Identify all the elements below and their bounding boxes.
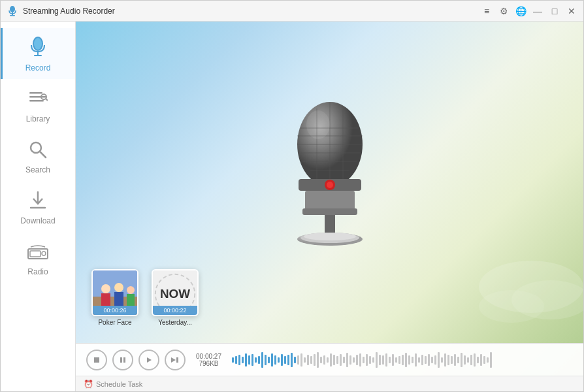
wave-bar (340, 354, 342, 366)
wave-bar (255, 357, 257, 363)
sidebar-download-label: Download (20, 216, 55, 225)
track-time-yesterday: 00:00:22 (153, 306, 197, 315)
minimize-button[interactable]: — (531, 5, 544, 18)
player-bar: 00:00:27 796KB (76, 343, 583, 376)
wave-bar (278, 357, 280, 363)
wave-bar (300, 353, 302, 367)
wave-bar (415, 353, 417, 367)
svg-rect-9 (29, 100, 44, 102)
wave-bar (385, 353, 387, 367)
wave-bar (395, 357, 397, 363)
wave-bar (281, 354, 283, 366)
sidebar-record-label: Record (25, 63, 51, 73)
wave-bar (477, 357, 479, 363)
wave-bar (333, 355, 335, 365)
schedule-bar: ⏰ Schedule Task (76, 376, 583, 391)
svg-rect-2 (10, 15, 15, 16)
pause-button[interactable] (112, 350, 133, 370)
sidebar-item-search[interactable]: Search (1, 130, 75, 181)
sidebar: Record Library (1, 22, 76, 391)
svg-point-18 (42, 252, 46, 255)
wave-bar (451, 356, 453, 364)
main-window: Streaming Audio Recorder ≡ ⚙ 🌐 — □ ✕ (0, 0, 584, 392)
wave-bar (366, 354, 368, 366)
stop-button[interactable] (86, 350, 107, 370)
wave-bar (382, 355, 384, 365)
wave-bar (261, 352, 263, 368)
svg-text:NOW: NOW (160, 287, 190, 301)
wave-bar (389, 357, 391, 363)
wave-bar (425, 356, 427, 364)
sidebar-item-record[interactable]: Record (1, 28, 75, 79)
wave-bar (294, 357, 296, 363)
svg-point-45 (101, 284, 110, 293)
wave-bar (457, 357, 459, 363)
svg-rect-59 (176, 357, 178, 363)
wave-bar (441, 357, 443, 363)
svg-rect-17 (30, 251, 41, 257)
track-card-yesterday[interactable]: NOW 00:00:22 Yesterday... (149, 269, 201, 326)
wave-bar (369, 356, 371, 364)
menu-button[interactable]: ≡ (480, 5, 493, 18)
sidebar-item-library[interactable]: Library (1, 79, 75, 130)
player-size: 796KB (191, 360, 227, 367)
sidebar-item-radio[interactable]: Radio (1, 232, 75, 283)
svg-rect-56 (123, 357, 125, 363)
download-icon (26, 189, 50, 212)
wave-bar (392, 354, 394, 366)
wave-bar (483, 356, 485, 364)
wave-bar (405, 353, 407, 367)
wave-bar (447, 355, 449, 365)
play-button[interactable] (138, 350, 159, 370)
search-icon (26, 138, 50, 161)
svg-marker-58 (171, 357, 176, 363)
wave-bar (297, 355, 299, 365)
svg-point-4 (34, 38, 42, 50)
wave-bar (363, 357, 365, 363)
player-info: 00:00:27 796KB (191, 353, 227, 367)
skip-button[interactable] (165, 350, 186, 370)
web-button[interactable]: 🌐 (514, 5, 527, 18)
wave-bar (376, 352, 378, 368)
track-thumb-yesterday: NOW 00:00:22 (152, 269, 199, 316)
svg-point-41 (479, 290, 544, 323)
wave-bar (421, 355, 423, 365)
maximize-button[interactable]: □ (548, 5, 561, 18)
wave-bar (470, 355, 472, 365)
wave-bar (454, 354, 456, 366)
wave-bar (346, 353, 348, 367)
wave-bar (235, 356, 237, 364)
recent-tracks: 00:00:26 Poker Face NOW (89, 269, 201, 326)
wave-bar (428, 354, 430, 366)
wave-bar (353, 357, 355, 363)
svg-point-47 (114, 283, 123, 292)
wave-bar (490, 352, 492, 368)
wave-bar (379, 355, 381, 365)
svg-rect-46 (101, 293, 110, 306)
svg-rect-34 (302, 208, 357, 215)
radio-icon (26, 240, 50, 263)
wave-bar (268, 357, 270, 363)
microphone-svg (278, 89, 382, 259)
wave-bar (408, 355, 410, 365)
track-thumb-poker-face: 00:00:26 (91, 269, 138, 316)
wave-bar (480, 354, 482, 366)
svg-point-49 (127, 286, 135, 294)
sidebar-item-download[interactable]: Download (1, 181, 75, 232)
svg-rect-6 (34, 55, 42, 56)
wave-bar (474, 353, 476, 367)
svg-rect-7 (29, 92, 42, 94)
wave-bar (304, 357, 306, 363)
settings-button[interactable]: ⚙ (497, 5, 510, 18)
wave-bar (431, 357, 433, 363)
waveform (232, 350, 573, 370)
wave-bar (284, 356, 286, 364)
schedule-icon: ⏰ (84, 380, 93, 389)
library-icon (26, 87, 50, 110)
track-card-poker-face[interactable]: 00:00:26 Poker Face (89, 269, 141, 326)
schedule-label[interactable]: Schedule Task (96, 380, 142, 388)
close-button[interactable]: ✕ (565, 5, 578, 18)
wave-bar (258, 356, 260, 364)
wave-bar (265, 355, 267, 365)
svg-point-0 (10, 6, 15, 12)
